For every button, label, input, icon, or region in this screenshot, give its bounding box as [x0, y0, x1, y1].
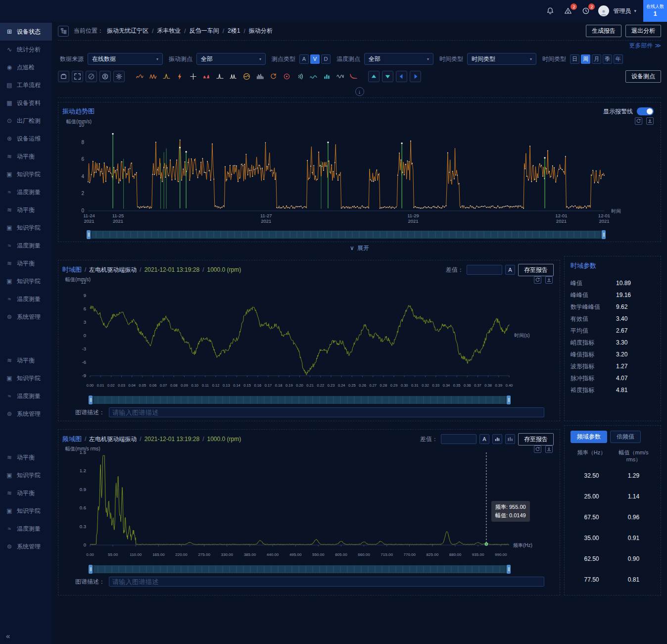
- sidebar-item-system[interactable]: ⊚系统管理: [0, 405, 52, 423]
- harmonic-marker-button[interactable]: [505, 434, 515, 444]
- zoom-restore-icon[interactable]: [534, 276, 541, 284]
- time-range-日[interactable]: 日: [570, 54, 579, 64]
- sidebar-item-knowledge[interactable]: ▣知识学院: [0, 165, 52, 183]
- expand-toggle[interactable]: ∨ 展开: [58, 242, 661, 254]
- sidebar-item-device-status[interactable]: ⊞设备状态: [0, 23, 52, 41]
- datazoom-right-handle[interactable]: [507, 565, 511, 574]
- sidebar-item-system[interactable]: ⊚系统管理: [0, 538, 52, 555]
- exit-analysis-button[interactable]: 退出分析: [625, 25, 661, 37]
- time-range-周[interactable]: 周: [581, 54, 590, 64]
- sidebar-item-balance[interactable]: ≋动平衡: [0, 484, 52, 502]
- chart-description-input[interactable]: [109, 577, 544, 587]
- freq-domain-chart[interactable]: 幅值(mm/s rms)00.30.60.91.21.50.0055.00110…: [62, 446, 556, 563]
- datazoom-left-handle[interactable]: [89, 565, 93, 574]
- sidebar-item-knowledge[interactable]: ▣知识学院: [0, 369, 52, 387]
- generate-report-button[interactable]: 生成报告: [586, 25, 621, 37]
- datazoom-right-handle[interactable]: [602, 230, 606, 239]
- falloff-curves-icon[interactable]: [348, 71, 359, 82]
- sidebar-item-maintenance[interactable]: ⊛设备运维: [0, 130, 52, 148]
- settings-gear-icon[interactable]: [113, 71, 125, 82]
- time-domain-chart[interactable]: 幅值(mm/s)129630-3-6-90.000.010.020.030.04…: [62, 276, 556, 394]
- point-type-V[interactable]: V: [310, 54, 320, 64]
- time-range-年[interactable]: 年: [614, 54, 623, 64]
- save-image-icon[interactable]: [545, 446, 553, 453]
- sidebar-item-inspection[interactable]: ◉点巡检: [0, 58, 52, 76]
- avatar[interactable]: [598, 5, 609, 16]
- sidebar-item-statistics[interactable]: ∿统计分析: [0, 41, 52, 58]
- sidebar-item-knowledge[interactable]: ▣知识学院: [0, 272, 52, 290]
- time-datazoom-slider[interactable]: [90, 396, 509, 404]
- sidebar-item-temperature[interactable]: ≈温度测量: [0, 520, 52, 538]
- temp-point-select[interactable]: 全部▾: [364, 53, 433, 65]
- more-widgets-link[interactable]: 更多部件: [629, 42, 653, 50]
- red-wave-icon[interactable]: [201, 71, 212, 82]
- device-tree-icon[interactable]: [58, 26, 69, 37]
- zoom-restore-icon[interactable]: [534, 446, 541, 453]
- bolt-icon[interactable]: [174, 71, 185, 82]
- double-wave-icon[interactable]: [147, 71, 158, 82]
- sidebar-item-temperature[interactable]: ≈温度测量: [0, 183, 52, 201]
- sidebar-item-device-docs[interactable]: ▦设备资料: [0, 94, 52, 112]
- time-type-select[interactable]: 时间类型▾: [467, 53, 536, 65]
- trend-wave-icon[interactable]: [134, 71, 145, 82]
- envelope-wave-icon[interactable]: [241, 71, 252, 82]
- datazoom-window[interactable]: [94, 566, 506, 573]
- online-users-box[interactable]: 在线人数 1: [643, 0, 667, 22]
- datazoom-right-handle[interactable]: [507, 396, 511, 404]
- point-type-A[interactable]: A: [299, 54, 309, 64]
- bars-chart-icon[interactable]: [321, 71, 332, 82]
- sidebar-collapse-icon[interactable]: «: [6, 632, 10, 640]
- next-arrow-icon[interactable]: [410, 71, 421, 82]
- sidebar-item-balance[interactable]: ≋动平衡: [0, 201, 52, 219]
- history-clock-icon[interactable]: 2: [580, 5, 591, 16]
- sidebar-item-knowledge[interactable]: ▣知识学院: [0, 502, 52, 520]
- admin-name[interactable]: 管理员: [613, 7, 631, 15]
- vib-point-select[interactable]: 全部▾: [196, 53, 266, 65]
- fullscreen-icon[interactable]: [72, 71, 83, 82]
- freq-datazoom-slider[interactable]: [90, 565, 509, 573]
- sidebar-item-knowledge[interactable]: ▣知识学院: [0, 219, 52, 237]
- breadcrumb-item[interactable]: 2楼1: [228, 27, 240, 35]
- alarm-warning-icon[interactable]: 2: [563, 5, 573, 16]
- gray-wave-icon[interactable]: [334, 71, 345, 82]
- bar-marker-button[interactable]: [492, 434, 502, 444]
- sidebar-item-knowledge[interactable]: ▣知识学院: [0, 466, 52, 484]
- notification-bell-icon[interactable]: [545, 5, 556, 16]
- user-mode-icon[interactable]: [99, 71, 111, 82]
- tab-harmonics[interactable]: 倍频值: [610, 431, 641, 443]
- move-down-icon[interactable]: [382, 71, 393, 82]
- trend-chart[interactable]: 幅值(mm/s)024681011-24202111-25202111-2720…: [62, 117, 657, 229]
- trend-datazoom-slider[interactable]: [88, 231, 604, 239]
- sound-waves-icon[interactable]: [294, 71, 305, 82]
- zoom-restore-icon[interactable]: [635, 117, 642, 125]
- datazoom-left-handle[interactable]: [89, 396, 93, 404]
- sidebar-item-work-order[interactable]: ▤工单流程: [0, 76, 52, 94]
- smooth-wave-icon[interactable]: [308, 71, 319, 82]
- breadcrumb-item[interactable]: 振动分析: [249, 27, 273, 35]
- marker-cross-icon[interactable]: [188, 71, 198, 82]
- point-type-D[interactable]: D: [321, 54, 331, 64]
- tab-freq-params[interactable]: 频域参数: [571, 431, 607, 443]
- time-range-季[interactable]: 季: [603, 54, 612, 64]
- sidebar-item-temperature[interactable]: ≈温度测量: [0, 387, 52, 405]
- target-dot-icon[interactable]: [281, 71, 292, 82]
- alarm-line-toggle[interactable]: [637, 107, 654, 115]
- refresh-spiral-icon[interactable]: [268, 71, 279, 82]
- collector-icon[interactable]: [58, 71, 69, 82]
- sidebar-item-system[interactable]: ⊚系统管理: [0, 308, 52, 326]
- move-up-icon[interactable]: [368, 71, 380, 82]
- prev-arrow-icon[interactable]: [396, 71, 407, 82]
- save-to-report-button[interactable]: 存至报告: [518, 264, 554, 276]
- auto-scale-button[interactable]: A: [505, 265, 515, 275]
- sidebar-item-temperature[interactable]: ≈温度测量: [0, 237, 52, 254]
- sidebar-item-balance[interactable]: ≋动平衡: [0, 351, 52, 369]
- comb-spectrum-icon[interactable]: [254, 71, 265, 82]
- sidebar-item-balance[interactable]: ≋动平衡: [0, 254, 52, 272]
- datazoom-window[interactable]: [94, 396, 506, 403]
- save-image-icon[interactable]: [646, 117, 654, 125]
- pulse-icon[interactable]: [214, 71, 225, 82]
- sidebar-item-balance[interactable]: ≋动平衡: [0, 448, 52, 466]
- save-image-icon[interactable]: [545, 276, 553, 284]
- spike-wave-icon[interactable]: [161, 71, 172, 82]
- breadcrumb-item[interactable]: 禾丰牧业: [157, 27, 181, 35]
